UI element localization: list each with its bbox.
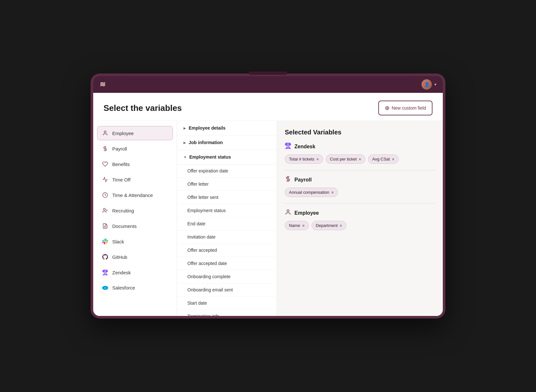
plus-circle-icon: ⊕	[385, 104, 390, 112]
sidebar-item-documents[interactable]: Documents	[97, 219, 173, 233]
selected-section-zendesk-header: Zendesk	[285, 142, 435, 151]
chevron-right-icon: ▶	[184, 126, 186, 130]
main-content: Select the variables ⊕ New custom field …	[93, 93, 443, 316]
sidebar-item-slack[interactable]: Slack	[97, 234, 173, 249]
user-avatar[interactable]: 👤	[422, 79, 432, 90]
section-job-information-label: Job information	[189, 140, 223, 145]
titlebar: ≋ 👤 ▾	[93, 76, 443, 93]
tag-name-label: Name	[289, 223, 300, 228]
section-job-information[interactable]: ▶ Job information	[177, 135, 277, 150]
tag-name[interactable]: Name ×	[285, 221, 309, 230]
sidebar-item-slack-label: Slack	[112, 239, 124, 244]
tag-annual-compensation-remove[interactable]: ×	[331, 190, 334, 195]
new-custom-field-button[interactable]: ⊕ New custom field	[378, 101, 432, 115]
employee-section-name: Employee	[294, 210, 319, 216]
tag-avg-csat[interactable]: Avg CSat ×	[368, 154, 399, 164]
section-divider-2	[285, 203, 435, 204]
item-offer-expiration-date[interactable]: Offer expiration date	[177, 164, 277, 178]
item-offer-letter-sent[interactable]: Offer letter sent	[177, 191, 277, 204]
new-custom-field-label: New custom field	[392, 105, 426, 111]
chevron-down-icon[interactable]: ▾	[434, 82, 436, 87]
chevron-down-icon-employment: ▼	[184, 155, 187, 159]
selected-section-payroll-header: Payroll	[285, 176, 435, 184]
sidebar-item-employee-label: Employee	[112, 131, 134, 136]
right-panel: Selected Variables Zendesk Total # t	[277, 121, 443, 316]
tag-name-remove[interactable]: ×	[302, 223, 305, 228]
sidebar-item-time-off[interactable]: Time Off	[97, 172, 173, 187]
sidebar-item-benefits[interactable]: Benefits	[97, 157, 173, 171]
item-employment-status[interactable]: Employment status	[177, 204, 277, 217]
payroll-section-name: Payroll	[294, 177, 312, 183]
svg-point-11	[287, 210, 289, 212]
svg-text:SF: SF	[104, 287, 106, 289]
employee-section-icon	[285, 209, 291, 217]
sidebar-item-payroll-label: Payroll	[112, 146, 127, 152]
section-employee-details-label: Employee details	[189, 125, 225, 131]
person-add-icon	[102, 208, 108, 213]
section-divider-1	[285, 170, 435, 171]
employee-tags: Name × Department ×	[285, 221, 435, 230]
slack-icon	[102, 239, 108, 244]
github-icon	[102, 254, 108, 260]
section-employment-status[interactable]: ▼ Employment status	[177, 150, 277, 164]
sidebar-item-benefits-label: Benefits	[112, 162, 130, 167]
sidebar-item-recruiting[interactable]: Recruiting	[97, 203, 173, 218]
item-end-date[interactable]: End date	[177, 217, 277, 230]
svg-point-3	[104, 208, 105, 210]
item-offer-accepted-date[interactable]: Offer accepted date	[177, 257, 277, 270]
item-start-date[interactable]: Start date	[177, 297, 277, 310]
clock-icon	[102, 192, 108, 198]
dollar-icon	[102, 146, 108, 152]
chevron-right-icon-job: ▶	[184, 141, 186, 144]
sidebar-item-payroll[interactable]: Payroll	[97, 142, 173, 156]
middle-panel: ▶ Employee details ▶ Job information ▼ E…	[177, 121, 277, 316]
tag-department[interactable]: Department ×	[312, 221, 346, 230]
item-onboarding-email-sent[interactable]: Onboarding email sent	[177, 283, 277, 297]
svg-point-0	[104, 131, 106, 133]
zendesk-section-name: Zendesk	[294, 144, 315, 150]
item-offer-accepted[interactable]: Offer accepted	[177, 244, 277, 257]
tag-total-tickets-remove[interactable]: ×	[316, 157, 319, 162]
sidebar-item-time-attendance[interactable]: Time & Attendance	[97, 188, 173, 202]
tag-avg-csat-remove[interactable]: ×	[392, 157, 394, 162]
timeoff-icon	[102, 177, 108, 182]
sidebar-item-github[interactable]: GitHub	[97, 250, 173, 264]
heart-icon	[102, 161, 108, 167]
tag-department-remove[interactable]: ×	[340, 223, 342, 228]
section-employee-details[interactable]: ▶ Employee details	[177, 121, 277, 135]
item-onboarding-complete[interactable]: Onboarding complete	[177, 270, 277, 283]
sidebar-item-salesforce-label: Salesforce	[112, 285, 135, 290]
tag-total-tickets-label: Total # tickets	[289, 157, 314, 162]
salesforce-icon: SF	[102, 286, 108, 290]
selected-variables-title: Selected Variables	[285, 129, 435, 136]
tag-annual-compensation-label: Annual compensation	[289, 190, 329, 195]
tag-total-tickets[interactable]: Total # tickets ×	[285, 154, 323, 164]
device-frame: ≋ 👤 ▾ Select the variables ⊕ New custom …	[91, 74, 445, 318]
zendesk-tags: Total # tickets × Cost per ticket × Avg …	[285, 154, 435, 164]
sidebar-item-salesforce[interactable]: SF Salesforce	[97, 281, 173, 295]
item-termination-info[interactable]: Termination info	[177, 310, 277, 316]
sidebar-item-zendesk[interactable]: Zendesk	[97, 265, 173, 279]
sidebar-item-recruiting-label: Recruiting	[112, 208, 134, 213]
person-icon	[102, 130, 108, 136]
sidebar-item-zendesk-label: Zendesk	[112, 270, 131, 275]
zendesk-icon	[102, 270, 108, 275]
left-sidebar: Employee Payroll	[93, 121, 177, 316]
selected-section-payroll: Payroll Annual compensation ×	[285, 176, 435, 197]
content-area: Employee Payroll	[93, 121, 443, 316]
sidebar-item-employee[interactable]: Employee	[97, 126, 173, 140]
item-offer-letter[interactable]: Offer letter	[177, 178, 277, 191]
section-employment-status-label: Employment status	[189, 154, 231, 160]
tag-cost-per-ticket[interactable]: Cost per ticket ×	[326, 154, 365, 164]
sidebar-item-github-label: GitHub	[112, 254, 127, 260]
titlebar-right: 👤 ▾	[422, 79, 436, 90]
tag-cost-per-ticket-label: Cost per ticket	[330, 157, 357, 162]
tag-annual-compensation[interactable]: Annual compensation ×	[285, 188, 338, 197]
document-icon	[102, 223, 108, 229]
page-header: Select the variables ⊕ New custom field	[93, 93, 443, 121]
item-invitation-date[interactable]: Invitation date	[177, 230, 277, 244]
payroll-tags: Annual compensation ×	[285, 188, 435, 197]
tag-cost-per-ticket-remove[interactable]: ×	[359, 157, 361, 162]
selected-section-zendesk: Zendesk Total # tickets × Cost per ticke…	[285, 142, 435, 164]
tag-avg-csat-label: Avg CSat	[372, 157, 390, 162]
